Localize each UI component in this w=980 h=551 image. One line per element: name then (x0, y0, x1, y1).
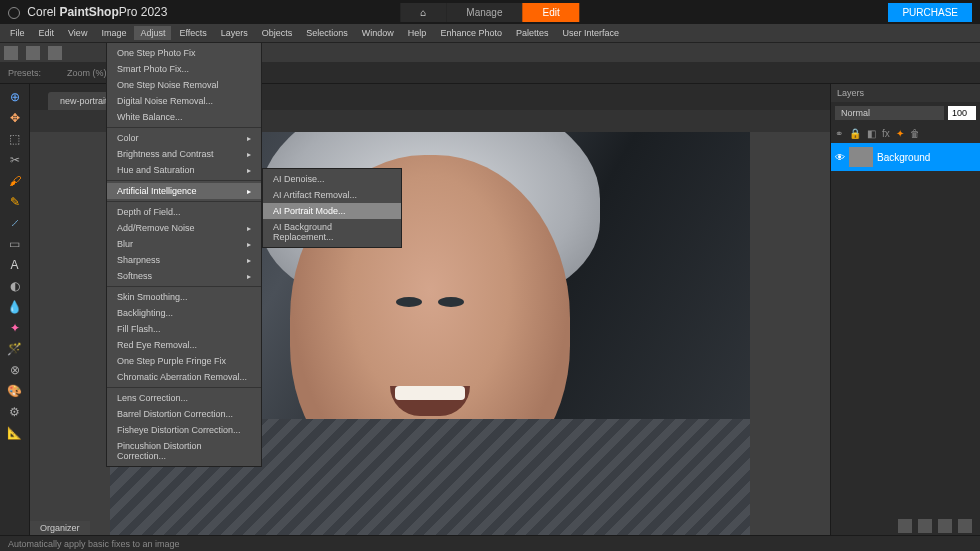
tool-1[interactable]: ✥ (5, 109, 25, 127)
purchase-button[interactable]: PURCHASE (888, 3, 972, 22)
adjust-white-balance-[interactable]: White Balance... (107, 109, 261, 125)
ai-ai-artifact-removal-[interactable]: AI Artifact Removal... (263, 187, 401, 203)
adjust-sharpness[interactable]: Sharpness (107, 252, 261, 268)
menu-file[interactable]: File (4, 26, 31, 40)
brand-text: Corel (27, 5, 56, 19)
menu-window[interactable]: Window (356, 26, 400, 40)
tool-12[interactable]: 🪄 (5, 340, 25, 358)
menu-effects[interactable]: Effects (173, 26, 212, 40)
adjust-red-eye-removal-[interactable]: Red Eye Removal... (107, 337, 261, 353)
menu-edit[interactable]: Edit (33, 26, 61, 40)
menu-selections[interactable]: Selections (300, 26, 354, 40)
adjust-add-remove-noise[interactable]: Add/Remove Noise (107, 220, 261, 236)
tool-11[interactable]: ✦ (5, 319, 25, 337)
statusbar: Automatically apply basic fixes to an im… (0, 535, 980, 551)
adjust-fisheye-distortion-correction-[interactable]: Fisheye Distortion Correction... (107, 422, 261, 438)
home-icon: ⌂ (420, 7, 426, 18)
adjust-color[interactable]: Color (107, 130, 261, 146)
nav-icon-1[interactable] (898, 519, 912, 533)
tool-7[interactable]: ▭ (5, 235, 25, 253)
visibility-icon[interactable]: 👁 (835, 152, 845, 163)
menu-view[interactable]: View (62, 26, 93, 40)
tool-9[interactable]: ◐ (5, 277, 25, 295)
ai-ai-background-replacement-[interactable]: AI Background Replacement... (263, 219, 401, 245)
adjust-one-step-purple-fringe-fix[interactable]: One Step Purple Fringe Fix (107, 353, 261, 369)
opacity-input[interactable]: 100 (948, 106, 976, 120)
layers-panel-title: Layers (831, 84, 980, 102)
tool-8[interactable]: A (5, 256, 25, 274)
presets-label: Presets: (8, 68, 41, 78)
home-tab[interactable]: ⌂ (400, 3, 446, 22)
new-icon[interactable] (4, 46, 18, 60)
tool-2[interactable]: ⬚ (5, 130, 25, 148)
adjust-backlighting-[interactable]: Backlighting... (107, 305, 261, 321)
adjust-chromatic-aberration-removal-[interactable]: Chromatic Aberration Removal... (107, 369, 261, 385)
tool-16[interactable]: 📐 (5, 424, 25, 442)
edit-tab[interactable]: Edit (522, 3, 579, 22)
menu-enhance-photo[interactable]: Enhance Photo (434, 26, 508, 40)
layer-mask-icon[interactable]: ◧ (867, 128, 876, 139)
nav-icon-4[interactable] (958, 519, 972, 533)
tool-0[interactable]: ⊕ (5, 88, 25, 106)
adjust-digital-noise-removal-[interactable]: Digital Noise Removal... (107, 93, 261, 109)
product-name-2: Pro 2023 (119, 5, 168, 19)
layer-thumbnail (849, 147, 873, 167)
adjust-depth-of-field-[interactable]: Depth of Field... (107, 204, 261, 220)
adjust-skin-smoothing-[interactable]: Skin Smoothing... (107, 289, 261, 305)
menu-help[interactable]: Help (402, 26, 433, 40)
tool-14[interactable]: 🎨 (5, 382, 25, 400)
tool-10[interactable]: 💧 (5, 298, 25, 316)
adjust-pincushion-distortion-correction-[interactable]: Pincushion Distortion Correction... (107, 438, 261, 464)
tool-5[interactable]: ✎ (5, 193, 25, 211)
adjust-artificial-intelligence[interactable]: Artificial Intelligence (107, 183, 261, 199)
nav-icon-2[interactable] (918, 519, 932, 533)
tool-palette: ⊕✥⬚✂🖌✎⟋▭A◐💧✦🪄⊗🎨⚙📐 (0, 84, 30, 535)
adjust-fill-flash-[interactable]: Fill Flash... (107, 321, 261, 337)
adjust-brightness-and-contrast[interactable]: Brightness and Contrast (107, 146, 261, 162)
app-logo-icon (8, 7, 20, 19)
menu-objects[interactable]: Objects (256, 26, 299, 40)
open-icon[interactable] (26, 46, 40, 60)
layer-name: Background (877, 152, 930, 163)
organizer-tab[interactable]: Organizer (30, 521, 90, 535)
layer-fx-icon[interactable]: fx (882, 128, 890, 139)
ai-ai-portrait-mode-[interactable]: AI Portrait Mode... (263, 203, 401, 219)
manage-tab[interactable]: Manage (446, 3, 522, 22)
save-icon[interactable] (48, 46, 62, 60)
adjust-smart-photo-fix-[interactable]: Smart Photo Fix... (107, 61, 261, 77)
zoom-label: Zoom (%) (67, 68, 107, 78)
adjust-lens-correction-[interactable]: Lens Correction... (107, 390, 261, 406)
layer-new-icon[interactable]: ✦ (896, 128, 904, 139)
adjust-hue-and-saturation[interactable]: Hue and Saturation (107, 162, 261, 178)
menu-image[interactable]: Image (95, 26, 132, 40)
tool-15[interactable]: ⚙ (5, 403, 25, 421)
nav-icon-3[interactable] (938, 519, 952, 533)
layer-tools-row: ⚭ 🔒 ◧ fx ✦ 🗑 (831, 124, 980, 143)
adjust-one-step-noise-removal[interactable]: One Step Noise Removal (107, 77, 261, 93)
layer-blend-controls: Normal 100 (831, 102, 980, 124)
tool-13[interactable]: ⊗ (5, 361, 25, 379)
layer-lock-icon[interactable]: 🔒 (849, 128, 861, 139)
adjust-menu: One Step Photo FixSmart Photo Fix...One … (106, 42, 262, 467)
menu-user-interface[interactable]: User Interface (556, 26, 625, 40)
layer-link-icon[interactable]: ⚭ (835, 128, 843, 139)
adjust-one-step-photo-fix[interactable]: One Step Photo Fix (107, 45, 261, 61)
adjust-softness[interactable]: Softness (107, 268, 261, 284)
menu-palettes[interactable]: Palettes (510, 26, 555, 40)
tool-4[interactable]: 🖌 (5, 172, 25, 190)
titlebar: Corel PaintShopPro 2023 ⌂ Manage Edit PU… (0, 0, 980, 24)
app-title: Corel PaintShopPro 2023 (8, 5, 167, 19)
tool-3[interactable]: ✂ (5, 151, 25, 169)
ai-submenu: AI Denoise...AI Artifact Removal...AI Po… (262, 168, 402, 248)
layer-delete-icon[interactable]: 🗑 (910, 128, 920, 139)
workspace-tabs: ⌂ Manage Edit (400, 3, 579, 22)
adjust-blur[interactable]: Blur (107, 236, 261, 252)
adjust-barrel-distortion-correction-[interactable]: Barrel Distortion Correction... (107, 406, 261, 422)
layer-item-background[interactable]: 👁 Background (831, 143, 980, 171)
menu-adjust[interactable]: Adjust (134, 26, 171, 40)
tool-6[interactable]: ⟋ (5, 214, 25, 232)
menu-layers[interactable]: Layers (215, 26, 254, 40)
product-name-1: PaintShop (59, 5, 118, 19)
blend-mode-dropdown[interactable]: Normal (835, 106, 944, 120)
ai-ai-denoise-[interactable]: AI Denoise... (263, 171, 401, 187)
